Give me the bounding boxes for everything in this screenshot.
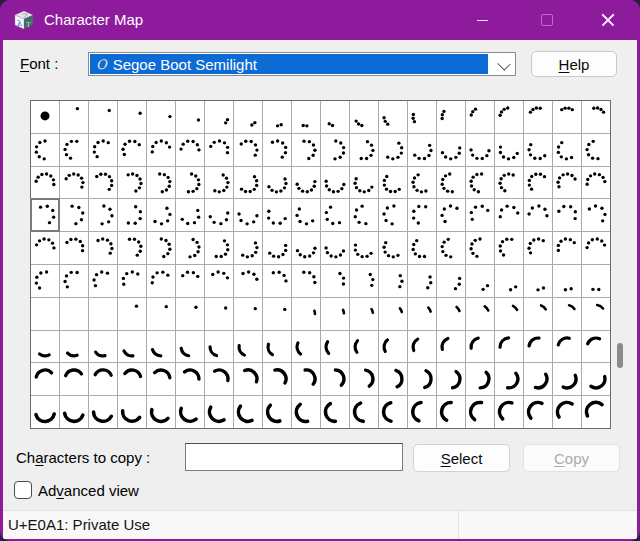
glyph-cell[interactable] (263, 396, 291, 428)
glyph-cell[interactable] (350, 396, 378, 428)
chevron-down-icon[interactable] (497, 57, 510, 70)
glyph-cell[interactable] (321, 167, 349, 199)
glyph-cell[interactable] (321, 101, 349, 133)
glyph-cell[interactable] (205, 134, 233, 166)
glyph-cell[interactable] (147, 363, 175, 395)
glyph-cell[interactable] (176, 298, 204, 330)
glyph-cell[interactable] (582, 134, 610, 166)
glyph-cell[interactable] (437, 232, 465, 264)
glyph-cell[interactable] (321, 298, 349, 330)
glyph-cell[interactable] (31, 331, 59, 363)
glyph-cell[interactable] (205, 331, 233, 363)
glyph-cell[interactable] (350, 134, 378, 166)
glyph-cell[interactable] (118, 167, 146, 199)
glyph-cell[interactable] (408, 363, 436, 395)
glyph-cell[interactable] (60, 134, 88, 166)
glyph-cell[interactable] (234, 167, 262, 199)
glyph-cell[interactable] (466, 396, 494, 428)
glyph-cell[interactable] (292, 396, 320, 428)
glyph-cell[interactable] (292, 199, 320, 231)
glyph-cell[interactable] (582, 167, 610, 199)
glyph-cell[interactable] (321, 265, 349, 297)
glyph-cell[interactable] (118, 396, 146, 428)
glyph-cell[interactable] (495, 265, 523, 297)
glyph-cell[interactable] (379, 134, 407, 166)
glyph-cell[interactable] (263, 199, 291, 231)
glyph-cell[interactable] (321, 199, 349, 231)
glyph-cell[interactable] (234, 265, 262, 297)
glyph-cell[interactable] (408, 134, 436, 166)
glyph-cell[interactable] (89, 199, 117, 231)
glyph-cell[interactable] (118, 265, 146, 297)
glyph-cell[interactable] (350, 363, 378, 395)
glyph-cell[interactable] (379, 101, 407, 133)
glyph-cell[interactable] (466, 331, 494, 363)
glyph-cell[interactable] (437, 134, 465, 166)
glyph-cell[interactable] (234, 134, 262, 166)
glyph-cell[interactable] (147, 101, 175, 133)
glyph-cell[interactable] (234, 101, 262, 133)
glyph-cell[interactable] (524, 331, 552, 363)
glyph-cell[interactable] (205, 298, 233, 330)
glyph-cell[interactable] (118, 134, 146, 166)
glyph-cell[interactable] (553, 265, 581, 297)
glyph-cell[interactable] (60, 265, 88, 297)
glyph-cell[interactable] (118, 199, 146, 231)
glyph-cell[interactable] (263, 167, 291, 199)
glyph-cell[interactable] (408, 265, 436, 297)
maximize-button[interactable] (524, 0, 570, 40)
glyph-cell[interactable] (321, 134, 349, 166)
glyph-cell[interactable] (263, 232, 291, 264)
glyph-cell[interactable] (234, 232, 262, 264)
glyph-cell[interactable] (524, 363, 552, 395)
glyph-cell[interactable] (89, 396, 117, 428)
glyph-cell[interactable] (437, 167, 465, 199)
glyph-cell[interactable] (147, 265, 175, 297)
glyph-cell[interactable] (263, 298, 291, 330)
glyph-cell[interactable] (553, 232, 581, 264)
glyph-cell[interactable] (60, 101, 88, 133)
glyph-cell[interactable] (205, 232, 233, 264)
glyph-cell[interactable] (234, 396, 262, 428)
glyph-cell[interactable] (408, 101, 436, 133)
glyph-cell[interactable] (176, 363, 204, 395)
help-button[interactable]: Help (531, 51, 617, 77)
glyph-cell[interactable] (379, 331, 407, 363)
glyph-cell[interactable] (176, 331, 204, 363)
glyph-cell[interactable] (176, 232, 204, 264)
advanced-view-checkbox[interactable] (14, 481, 32, 499)
glyph-cell[interactable] (263, 363, 291, 395)
glyph-cell[interactable] (89, 265, 117, 297)
glyph-cell[interactable] (408, 199, 436, 231)
close-button[interactable] (585, 0, 631, 40)
glyph-cell[interactable] (292, 265, 320, 297)
glyph-cell[interactable] (466, 101, 494, 133)
glyph-cell[interactable] (263, 265, 291, 297)
glyph-cell[interactable] (495, 134, 523, 166)
glyph-cell[interactable] (147, 199, 175, 231)
glyph-cell[interactable] (263, 101, 291, 133)
glyph-cell[interactable] (379, 298, 407, 330)
glyph-cell[interactable] (234, 363, 262, 395)
titlebar[interactable]: λ T ツ Character Map (0, 0, 640, 40)
glyph-cell[interactable] (147, 396, 175, 428)
glyph-cell[interactable] (205, 199, 233, 231)
glyph-cell[interactable] (408, 232, 436, 264)
glyph-cell[interactable] (60, 331, 88, 363)
glyph-cell[interactable] (437, 363, 465, 395)
glyph-cell[interactable] (31, 265, 59, 297)
glyph-cell[interactable] (553, 396, 581, 428)
glyph-cell[interactable] (350, 232, 378, 264)
glyph-cell[interactable] (408, 331, 436, 363)
glyph-cell[interactable] (31, 167, 59, 199)
glyph-cell[interactable] (495, 298, 523, 330)
glyph-cell[interactable] (176, 134, 204, 166)
glyph-cell[interactable] (408, 396, 436, 428)
glyph-cell[interactable] (582, 396, 610, 428)
glyph-cell[interactable] (205, 363, 233, 395)
glyph-cell[interactable] (495, 396, 523, 428)
glyph-cell[interactable] (553, 101, 581, 133)
glyph-cell[interactable] (321, 232, 349, 264)
glyph-cell[interactable] (118, 101, 146, 133)
glyph-cell[interactable] (118, 232, 146, 264)
